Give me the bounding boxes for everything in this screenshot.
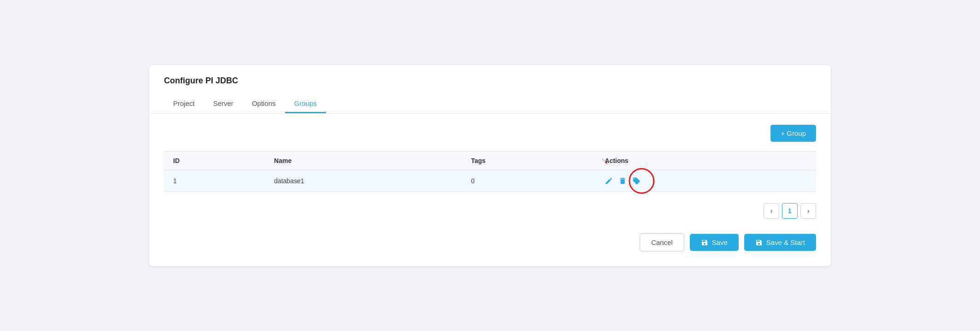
- prev-page-button[interactable]: ‹: [764, 203, 779, 219]
- tab-bar: Project Server Options Groups: [164, 95, 816, 113]
- save-button[interactable]: Save: [690, 234, 739, 251]
- pagination: ‹ 1 ›: [164, 203, 816, 219]
- col-header-tags: Tags: [462, 151, 596, 170]
- next-page-button[interactable]: ›: [800, 203, 816, 219]
- delete-icon[interactable]: [618, 177, 627, 185]
- col-header-actions: Actions: [595, 151, 816, 170]
- cell-tags: 0: [462, 170, 596, 192]
- cell-id: 1: [164, 170, 265, 192]
- tag-icon[interactable]: [632, 177, 641, 185]
- save-label: Save: [712, 238, 728, 246]
- page-title: Configure PI JDBC: [164, 76, 816, 86]
- tab-server[interactable]: Server: [204, 95, 243, 113]
- tag-icon-wrapper: [632, 177, 641, 185]
- add-group-button[interactable]: + Group: [770, 125, 816, 142]
- save-start-button[interactable]: Save & Start: [744, 234, 816, 251]
- page-1-button[interactable]: 1: [782, 203, 798, 219]
- table-row: 1 database1 0: [164, 170, 816, 192]
- cancel-button[interactable]: Cancel: [640, 233, 684, 251]
- footer-actions: Cancel Save Save & Start: [164, 233, 816, 251]
- save-disk-icon: [701, 239, 708, 246]
- add-group-row: + Group: [164, 125, 816, 142]
- tab-groups[interactable]: Groups: [285, 95, 326, 113]
- col-header-name: Name: [265, 151, 462, 170]
- col-header-id: ID: [164, 151, 265, 170]
- tab-project[interactable]: Project: [164, 95, 204, 113]
- cell-actions: [595, 170, 816, 192]
- card-header: Configure PI JDBC Project Server Options…: [149, 65, 831, 114]
- cell-name: database1: [265, 170, 462, 192]
- configure-pi-jdbc-card: Configure PI JDBC Project Server Options…: [149, 65, 831, 266]
- groups-table: ID Name Tags Actions 1 database1 0: [164, 151, 816, 192]
- tab-options[interactable]: Options: [243, 95, 285, 113]
- table-header-row: ID Name Tags Actions: [164, 151, 816, 170]
- save-start-label: Save & Start: [766, 238, 805, 246]
- card-body: + Group ID Name Tags Actions 1 database1…: [149, 114, 831, 266]
- edit-icon[interactable]: [605, 177, 613, 185]
- actions-cell: [605, 177, 807, 185]
- save-start-disk-icon: [755, 239, 763, 246]
